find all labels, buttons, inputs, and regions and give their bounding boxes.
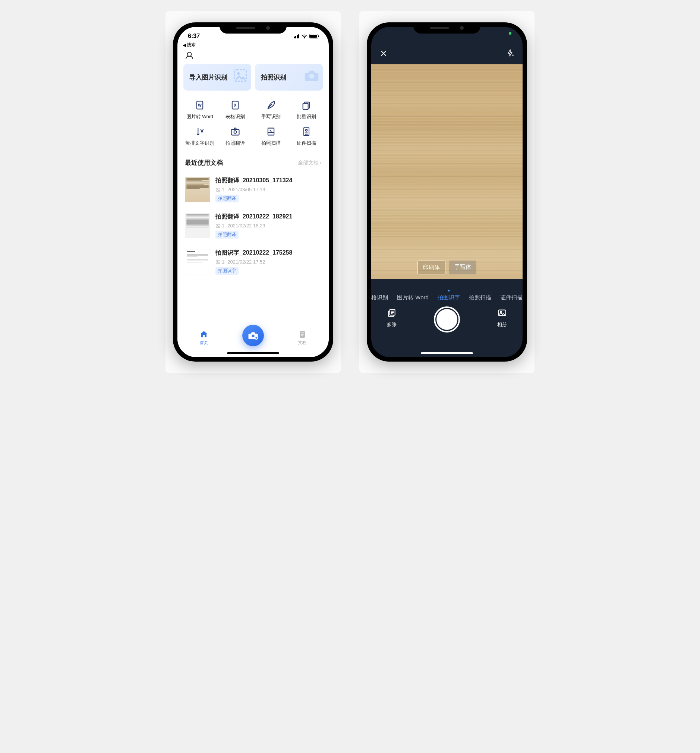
doc-item[interactable]: 拍照翻译_20210222_182921 1 2021/02/22 18:29 …: [185, 208, 321, 245]
nav-docs[interactable]: 文档: [288, 330, 317, 345]
breadcrumb-back[interactable]: ◀ 搜索: [177, 42, 329, 48]
profile-icon[interactable]: [185, 51, 194, 60]
grid-image-to-word[interactable]: W 图片转 Word: [182, 97, 218, 123]
doc-thumbnail: [185, 177, 210, 202]
stack-icon: [301, 100, 312, 111]
svg-text:A: A: [512, 54, 514, 57]
import-image-card[interactable]: 导入图片识别: [183, 64, 251, 91]
svg-point-1: [237, 72, 240, 75]
segment-handwritten[interactable]: 手写体: [449, 261, 477, 274]
nav-home[interactable]: 首页: [189, 330, 219, 345]
svg-rect-24: [301, 334, 304, 335]
svg-point-13: [306, 130, 308, 131]
chevron-right-icon: ›: [320, 160, 321, 166]
phone-camera: A 印刷体 手写体 格识别 图片转 Word 拍图识字 拍照扫描 证件扫描 多张…: [367, 22, 527, 362]
chevron-left-icon: ◀: [183, 42, 186, 48]
battery-icon: [309, 34, 318, 38]
doc-meta: 1 2021/02/22 17:52: [216, 259, 321, 265]
status-time: 6:37: [188, 33, 200, 39]
doc-title: 拍照翻译_20210222_182921: [216, 213, 321, 221]
header: [177, 48, 329, 64]
gallery-icon: [497, 308, 507, 319]
svg-rect-9: [231, 130, 239, 135]
svg-rect-23: [301, 333, 304, 333]
card-label: 拍照识别: [261, 73, 286, 82]
docs-icon: [298, 330, 307, 339]
svg-point-20: [252, 335, 255, 338]
grid-handwriting[interactable]: 手写识别: [253, 97, 289, 123]
doc-title: 拍图识字_20210222_175258: [216, 249, 321, 257]
text-type-segment: 印刷体 手写体: [417, 261, 477, 274]
notch: [413, 22, 480, 34]
mode-image-to-word[interactable]: 图片转 Word: [397, 294, 429, 301]
camera-viewfinder[interactable]: [371, 64, 523, 279]
svg-rect-25: [301, 336, 303, 336]
capture-fab[interactable]: [242, 325, 264, 346]
feature-grid: W 图片转 Word X 表格识别 手写识别 批量识别 竖排文字识别 拍照翻: [177, 97, 329, 156]
mode-ocr[interactable]: 拍图识字: [438, 294, 460, 301]
doc-tag: 拍图识字: [216, 267, 239, 275]
doc-thumbnail: [185, 249, 210, 274]
svg-point-2: [309, 74, 314, 79]
camera-recognize-card[interactable]: 拍照识别: [255, 64, 323, 91]
home-indicator[interactable]: [227, 352, 279, 354]
close-icon: [380, 49, 388, 58]
camera-plus-icon: [247, 330, 259, 341]
doc-tag: 拍照翻译: [216, 231, 239, 239]
mode-scan[interactable]: 拍照扫描: [469, 294, 491, 301]
grid-batch[interactable]: 批量识别: [289, 97, 325, 123]
doc-meta: 1 2021/02/22 18:29: [216, 223, 321, 228]
all-docs-link[interactable]: 全部文档 ›: [298, 159, 321, 166]
id-card-icon: [301, 126, 312, 137]
grid-id-scan[interactable]: 证件扫描: [289, 123, 325, 150]
camera-active-indicator: [509, 32, 511, 35]
grid-vertical-text[interactable]: 竖排文字识别: [182, 123, 218, 150]
card-label: 导入图片识别: [189, 73, 227, 82]
camera-icon: [303, 67, 320, 87]
svg-point-10: [234, 131, 237, 133]
doc-item[interactable]: 拍照翻译_20210305_171324 1 2021/03/05 17:13 …: [185, 172, 321, 208]
doc-thumbnail: [185, 213, 210, 238]
scan-icon: [266, 126, 277, 137]
wifi-icon: [301, 34, 308, 39]
svg-text:X: X: [234, 103, 237, 107]
mode-table[interactable]: 格识别: [371, 294, 388, 301]
stack-icon: [387, 308, 397, 319]
signal-icon: [294, 34, 299, 38]
grid-photo-scan[interactable]: 拍照扫描: [253, 123, 289, 150]
flash-icon: A: [506, 48, 514, 58]
doc-meta: 1 2021/03/05 17:13: [216, 187, 321, 192]
recent-docs-title: 最近使用文档: [185, 158, 223, 167]
multi-capture-button[interactable]: 多张: [387, 308, 397, 328]
grid-photo-translate[interactable]: 拍照翻译: [218, 123, 253, 150]
doc-item[interactable]: 拍图识字_20210222_175258 1 2021/02/22 17:52 …: [185, 245, 321, 281]
segment-printed[interactable]: 印刷体: [417, 261, 445, 274]
home-icon: [199, 330, 208, 339]
svg-text:W: W: [198, 103, 202, 107]
image-icon: [233, 68, 248, 87]
doc-tag: 拍照翻译: [216, 195, 239, 202]
feather-icon: [266, 100, 277, 111]
home-indicator[interactable]: [421, 352, 473, 354]
notch: [220, 22, 287, 34]
camera-translate-icon: [230, 126, 241, 137]
mode-id-scan[interactable]: 证件扫描: [500, 294, 523, 301]
grid-table-recognize[interactable]: X 表格识别: [218, 97, 253, 123]
flash-button[interactable]: A: [506, 48, 514, 59]
phone-home: 6:37 ◀ 搜索 导入图片识别 拍照识别: [173, 22, 333, 362]
doc-list: 拍照翻译_20210305_171324 1 2021/03/05 17:13 …: [177, 172, 329, 281]
shutter-button[interactable]: [434, 306, 460, 333]
word-doc-icon: W: [194, 100, 205, 111]
vertical-text-icon: [194, 126, 205, 137]
table-doc-icon: X: [230, 100, 241, 111]
album-button[interactable]: 相册: [497, 308, 507, 328]
doc-title: 拍照翻译_20210305_171324: [216, 177, 321, 184]
mode-selector[interactable]: 格识别 图片转 Word 拍图识字 拍照扫描 证件扫描: [371, 287, 523, 301]
svg-rect-8: [303, 103, 308, 109]
close-button[interactable]: [380, 49, 388, 59]
